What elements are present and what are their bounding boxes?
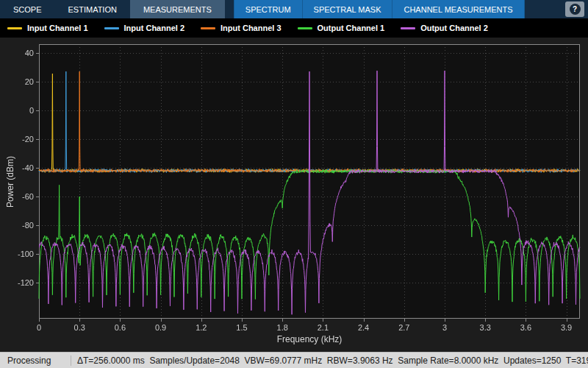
legend: Input Channel 1 Input Channel 2 Input Ch…: [0, 18, 588, 38]
subtab-spectrum[interactable]: SPECTRUM: [234, 0, 303, 18]
y-tick-label: 40: [0, 49, 34, 57]
toolbar: SCOPE ESTIMATION MEASUREMENTS SPECTRUM S…: [0, 0, 588, 18]
y-tick-label: -20: [0, 135, 34, 144]
x-tick-label: 3: [434, 323, 456, 332]
y-tick-label: -120: [0, 278, 34, 287]
x-tick-label: 3.3: [474, 323, 496, 332]
legend-color-swatch: [401, 27, 415, 29]
x-tick-label: 3.6: [514, 323, 537, 332]
legend-item-output-channel-1[interactable]: Output Channel 1: [298, 24, 385, 32]
legend-item-label: Input Channel 1: [27, 24, 88, 32]
legend-color-swatch: [298, 27, 312, 29]
x-tick-label: 1.5: [231, 323, 253, 332]
y-axis-title: Power (dBm): [5, 145, 15, 219]
legend-item-label: Input Channel 3: [220, 24, 282, 32]
spectrum-plot-canvas[interactable]: [0, 38, 588, 352]
tab-scope[interactable]: SCOPE: [0, 0, 55, 18]
measurements-subtabs: SPECTRUM SPECTRAL MASK CHANNEL MEASUREME…: [234, 0, 525, 18]
x-tick-label: 0.3: [68, 323, 90, 332]
status-bar: Processing ΔT=256.0000 ms Samples/Update…: [0, 352, 588, 368]
question-mark-icon: ?: [570, 4, 581, 15]
legend-item-input-channel-3[interactable]: Input Channel 3: [201, 24, 282, 32]
status-state: Processing: [0, 355, 71, 366]
tab-measurements[interactable]: MEASUREMENTS: [130, 0, 225, 18]
subtab-spectral-mask[interactable]: SPECTRAL MASK: [303, 0, 393, 18]
x-tick-label: 0.9: [150, 323, 172, 332]
x-tick-label: 2.4: [353, 323, 375, 332]
x-tick-label: 2.7: [393, 323, 415, 332]
subtab-channel-measurements[interactable]: CHANNEL MEASUREMENTS: [392, 0, 524, 18]
y-tick-label: -80: [0, 221, 34, 230]
y-tick-label: -100: [0, 250, 34, 258]
legend-color-swatch: [104, 27, 119, 29]
legend-item-label: Input Channel 2: [124, 24, 185, 32]
legend-item-input-channel-2[interactable]: Input Channel 2: [104, 24, 185, 32]
legend-item-label: Output Channel 2: [420, 24, 488, 32]
x-tick-label: 1.2: [190, 323, 212, 332]
y-tick-label: 20: [0, 77, 34, 86]
spectrum-plot-area: 00.30.60.91.21.51.82.12.42.733.33.63.940…: [0, 38, 588, 352]
x-tick-label: 0: [28, 323, 50, 332]
legend-item-label: Output Channel 1: [318, 24, 385, 32]
x-tick-label: 0.6: [109, 323, 131, 332]
x-tick-label: 1.8: [271, 323, 293, 332]
x-tick-label: 3.9: [556, 323, 578, 332]
status-stats: ΔT=256.0000 ms Samples/Update=2048 VBW=6…: [71, 355, 588, 366]
tab-estimation[interactable]: ESTIMATION: [55, 0, 130, 18]
legend-color-swatch: [7, 27, 22, 29]
legend-item-input-channel-1[interactable]: Input Channel 1: [7, 24, 88, 32]
legend-color-swatch: [201, 27, 215, 29]
x-axis-title: Frequency (kHz): [39, 334, 580, 344]
y-tick-label: 0: [0, 106, 34, 115]
legend-item-output-channel-2[interactable]: Output Channel 2: [401, 24, 488, 32]
help-button[interactable]: ?: [565, 1, 584, 17]
x-tick-label: 2.1: [312, 323, 334, 332]
